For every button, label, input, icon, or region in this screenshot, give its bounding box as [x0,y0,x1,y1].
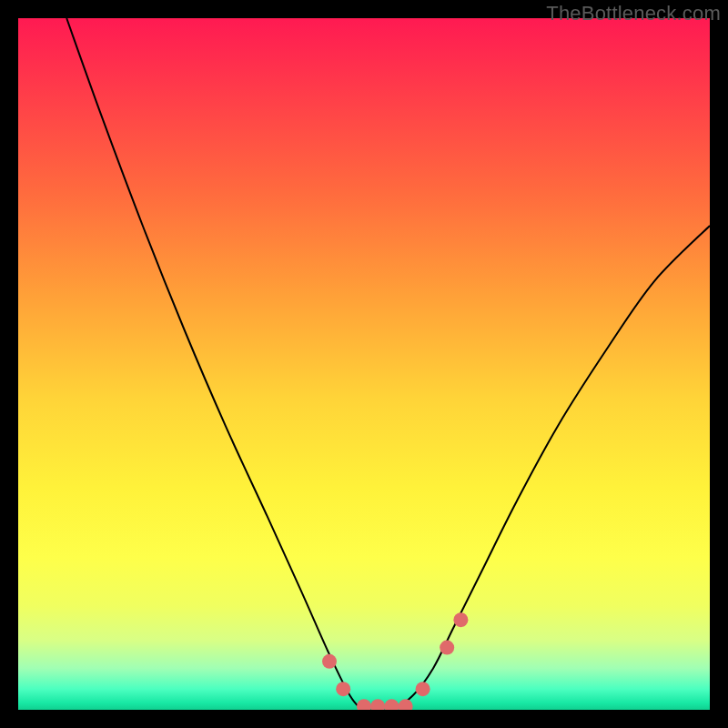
marker-flat-4 [399,699,413,710]
marker-right-3 [453,612,468,627]
marker-left-2 [336,682,350,696]
marker-flat-3 [384,699,399,710]
marker-group [322,612,468,710]
chart-frame: TheBottleneck.com [0,0,728,728]
chart-plot-area [18,18,710,710]
chart-svg [18,18,710,710]
bottleneck-curve [66,18,710,710]
marker-flat-2 [370,699,385,710]
marker-left-1 [322,654,337,669]
watermark-text: TheBottleneck.com [546,2,721,25]
marker-right-2 [440,641,454,655]
marker-flat-1 [357,699,371,710]
marker-right-1 [416,682,430,696]
